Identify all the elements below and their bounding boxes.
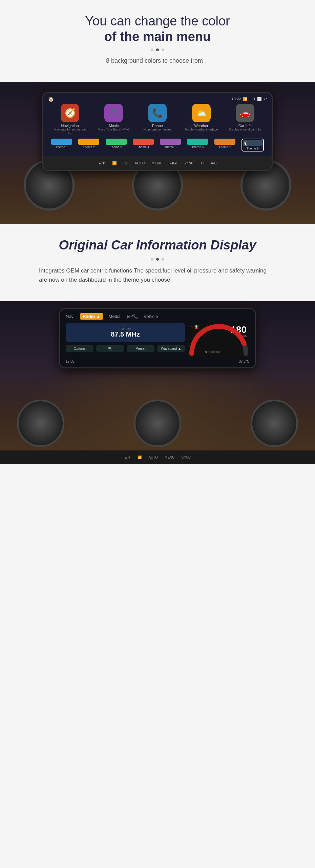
dots-row-1 <box>20 48 295 51</box>
app-music[interactable]: 🎵 Music Move Your Body - MYO <box>97 104 131 135</box>
section2-car-info: Original Car Information Display Integra… <box>0 224 315 301</box>
radio-bottom-row: 17:35 37.5°C <box>66 360 249 363</box>
dots-row-2 <box>20 258 295 261</box>
device-screen-1: 🏠 19:22 📶 HD ⬜ ↩ 🧭 Navigation Navigate f <box>42 92 273 171</box>
music-icon: 🎵 <box>104 104 123 122</box>
strip-sync[interactable]: SYNC <box>182 456 191 459</box>
time-display-1: 19:22 <box>232 97 241 101</box>
freq-label: FM · MY <box>70 327 181 330</box>
theme-4[interactable]: Theme 4 <box>133 139 154 152</box>
car-bg-1: 🏠 19:22 📶 HD ⬜ ↩ 🧭 Navigation Navigate f <box>0 82 315 224</box>
weather-icon: ⛅ <box>192 104 211 122</box>
dot-2-3[interactable] <box>162 258 164 261</box>
temp-display: 37.5°C <box>239 360 249 363</box>
phone-sublabel: No phone connected <box>143 128 171 131</box>
app-weather[interactable]: ⛅ Weather Toggle weather interface <box>184 104 218 135</box>
theme-6-bar <box>187 139 208 145</box>
nav-media[interactable]: Media <box>109 314 121 319</box>
headline-car-info: Original Car Information Display <box>20 238 295 253</box>
warning-icon: ⚠ <box>190 325 193 329</box>
strip-arrow[interactable]: ▲▼ <box>124 456 131 459</box>
theme-2-label: Theme 2 <box>83 145 95 149</box>
speedometer: 180 km/h 6 <box>188 323 249 357</box>
theme-2-bar <box>78 139 99 145</box>
theme-4-bar <box>133 139 154 145</box>
dot-2-2[interactable] <box>156 258 159 261</box>
car-screen-section1: 🏠 19:22 📶 HD ⬜ ↩ 🧭 Navigation Navigate f <box>0 82 315 224</box>
radio-controls-row: Options 🔍 Preset Waveband ▲ <box>66 345 185 352</box>
wifi-icon: 📶 <box>243 97 248 101</box>
nav-radio[interactable]: Radio ▲ <box>80 313 103 320</box>
carinfo-label: Car Info <box>238 124 252 128</box>
ctrl-wifi: 📶 <box>112 161 117 165</box>
svg-text:X1000 rpm: X1000 rpm <box>209 351 220 354</box>
theme-1[interactable]: Theme 1 <box>51 139 72 152</box>
status-bar-1: 🏠 19:22 📶 HD ⬜ ↩ <box>48 96 267 102</box>
car-screen-section2: Navi Radio ▲ Media Tel/📞 Vehicle FM · MY… <box>0 301 315 464</box>
device-screen-2: Navi Radio ▲ Media Tel/📞 Vehicle FM · MY… <box>59 308 256 368</box>
theme-8-bar: 🐧 <box>243 140 262 146</box>
section1-color-change: You can change the color of the main men… <box>0 0 315 82</box>
ctrl-arrow[interactable]: ▲▼ <box>98 161 105 165</box>
hd-icon: HD <box>250 97 255 101</box>
phone-label: Phone <box>152 124 163 128</box>
radio-screen: Navi Radio ▲ Media Tel/📞 Vehicle FM · MY… <box>60 309 255 367</box>
nav-tel[interactable]: Tel/📞 <box>126 314 138 319</box>
fuel-icon: ⛽ <box>195 325 199 329</box>
svg-text:6: 6 <box>205 350 207 354</box>
theme-6[interactable]: Theme 6 <box>187 139 208 152</box>
theme-1-bar <box>51 139 72 145</box>
theme-2[interactable]: Theme 2 <box>78 139 99 152</box>
carinfo-icon: 🚗 <box>236 104 254 122</box>
car-bg-2: Navi Radio ▲ Media Tel/📞 Vehicle FM · MY… <box>0 301 315 464</box>
theme-5[interactable]: Theme 5 <box>160 139 181 152</box>
vent-center-2 <box>134 400 181 447</box>
theme-8[interactable]: 🐧 Theme 8 <box>241 139 264 152</box>
nav-vehicle[interactable]: Vehicle <box>144 314 158 319</box>
dot-2[interactable] <box>156 48 159 51</box>
ctrl-gear[interactable]: ⚙ <box>201 161 204 165</box>
weather-sublabel: Toggle weather interface <box>185 128 218 131</box>
theme-6-label: Theme 6 <box>192 145 204 149</box>
screen-inner-1: 🏠 19:22 📶 HD ⬜ ↩ 🧭 Navigation Navigate f <box>43 93 272 156</box>
nav-sublabel: Navigate for you in real ti... <box>53 128 87 135</box>
nav-navi[interactable]: Navi <box>66 314 75 319</box>
radio-content-row: FM · MY 87.5 MHz Options 🔍 Preset Waveba… <box>66 323 249 357</box>
ctrl-auto[interactable]: AUTO <box>134 161 145 165</box>
theme-5-bar <box>160 139 181 145</box>
strip-menu[interactable]: MENU <box>165 456 174 459</box>
ctrl-menu[interactable]: MENU <box>151 161 162 165</box>
ctrl-skip: ⏮⏭ <box>169 161 177 165</box>
theme-3[interactable]: Theme 3 <box>106 139 127 152</box>
radio-nav-bar: Navi Radio ▲ Media Tel/📞 Vehicle <box>66 313 249 320</box>
navigation-icon: 🧭 <box>61 104 79 122</box>
themes-row: Theme 1 Theme 2 Theme 3 Theme 4 <box>48 137 267 153</box>
dot-2-1[interactable] <box>151 258 153 261</box>
app-navigation[interactable]: 🧭 Navigation Navigate for you in real ti… <box>53 104 87 135</box>
back-icon[interactable]: ↩ <box>264 97 267 101</box>
options-btn[interactable]: Options <box>66 345 93 352</box>
headline-line2: of the main menu <box>104 29 211 44</box>
theme-7[interactable]: Theme 7 <box>214 139 235 152</box>
waveband-btn[interactable]: Waveband ▲ <box>157 345 185 352</box>
ctrl-sync[interactable]: SYNC <box>184 161 194 165</box>
home-icon[interactable]: 🏠 <box>48 96 54 102</box>
app-phone[interactable]: 📞 Phone No phone connected <box>141 104 174 135</box>
nav-label: Navigation <box>61 124 79 128</box>
theme-5-label: Theme 5 <box>164 145 176 149</box>
dot-3[interactable] <box>162 48 164 51</box>
preset-btn[interactable]: Preset <box>127 345 154 352</box>
theme-7-bar <box>214 139 235 145</box>
app-carinfo[interactable]: 🚗 Car Info Display original car info <box>228 104 262 135</box>
dot-1[interactable] <box>151 48 153 51</box>
theme-4-label: Theme 4 <box>137 145 149 149</box>
status-right: 19:22 📶 HD ⬜ ↩ <box>232 97 267 101</box>
strip-wifi: 📶 <box>138 456 142 459</box>
theme-3-label: Theme 3 <box>110 145 122 149</box>
screen-icon: ⬜ <box>257 97 262 101</box>
theme-8-label: Theme 8 <box>247 147 259 150</box>
search-icon-btn[interactable]: 🔍 <box>96 345 124 352</box>
strip-auto[interactable]: AUTO <box>148 456 158 459</box>
ctrl-ac[interactable]: A/C <box>211 161 217 165</box>
weather-label: Weather <box>194 124 208 128</box>
